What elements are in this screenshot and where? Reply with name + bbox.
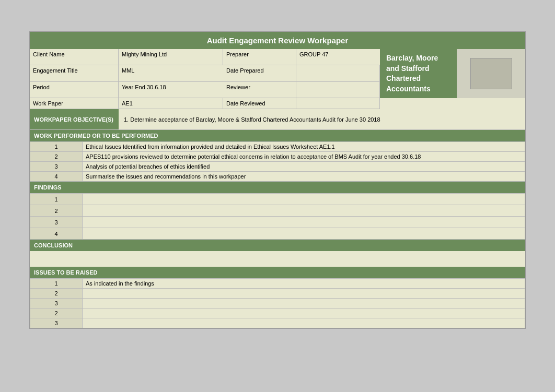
row-number: 1 [30,142,83,152]
findings-row: 2 [30,205,525,217]
client-name-label: Client Name [30,49,119,65]
issues-table: 1As indicated in the findings2323 [30,278,525,328]
row-content: Analysis of potential breaches of ethics… [83,162,525,172]
engagement-title-value: MML [119,65,223,81]
row-content [83,205,525,217]
row-number: 2 [30,308,83,318]
engagement-title-label: Engagement Title [30,65,119,81]
period-label: Period [30,82,119,98]
findings-row: 3 [30,217,525,228]
period-value: Year End 30.6.18 [119,82,223,98]
firm-name-line1: Barclay, Moore and Stafford [386,53,450,74]
document-title: Audit Engagement Review Workpaper [30,32,525,49]
findings-row: 4 [30,228,525,240]
firm-name-line2: Chartered Accountants [386,74,450,94]
row-content [83,194,525,205]
objective-section: WORKPAPER OBJECTIVE(S) 1. Determine acce… [30,109,525,130]
row-number: 1 [30,194,83,205]
date-reviewed-value [296,98,380,109]
row-number: 3 [30,162,83,172]
work-performed-row: 3Analysis of potential breaches of ethic… [30,162,525,172]
date-reviewed-label: Date Reviewed [223,98,296,109]
row-content [83,308,525,318]
firm-name-block: Barclay, Moore and Stafford Chartered Ac… [380,49,457,98]
date-prepared-label: Date Prepared [223,65,296,81]
issues-row: 3 [30,299,525,308]
reviewer-label: Reviewer [223,82,296,98]
client-name-value: Mighty Mining Ltd [119,49,223,65]
row-number: 1 [30,279,83,289]
date-prepared-value [296,65,380,81]
row-content [83,228,525,240]
row-number: 3 [30,318,83,328]
row-content: As indicated in the findings [83,279,525,289]
logo-placeholder [470,58,512,89]
reviewer-value [296,82,380,98]
row-number: 2 [30,205,83,217]
row-content [83,217,525,228]
issues-row: 3 [30,318,525,328]
row-number: 2 [30,289,83,299]
issues-row: 1As indicated in the findings [30,279,525,289]
header-info-grid: Client Name Mighty Mining Ltd Preparer G… [30,49,525,109]
conclusion-header: CONCLUSION [30,240,525,251]
row-number: 3 [30,299,83,308]
work-performed-row: 4Summarise the issues and recommendation… [30,172,525,182]
row-number: 2 [30,152,83,162]
row-number: 4 [30,228,83,240]
work-paper-label: Work Paper [30,98,119,109]
findings-table: 1234 [30,193,525,240]
issues-row: 2 [30,308,525,318]
findings-header: FINDINGS [30,182,525,193]
row-content: Summarise the issues and recommendations… [83,172,525,182]
objective-content: 1. Determine acceptance of Barclay, Moor… [119,109,525,129]
work-performed-row: 2APES110 provisions reviewed to determin… [30,152,525,162]
row-number: 4 [30,172,83,182]
work-performed-table: 1Ethical Issues Identified from informat… [30,141,525,182]
issues-row: 2 [30,289,525,299]
objective-label: WORKPAPER OBJECTIVE(S) [30,109,119,129]
page-wrapper: Audit Engagement Review Workpaper Client… [0,0,555,392]
logo-block [457,49,525,98]
row-content: Ethical Issues Identified from informati… [83,142,525,152]
work-performed-header: WORK PERFORMED OR TO BE PERFORMED [30,130,525,141]
row-content [83,299,525,308]
row-number: 3 [30,217,83,228]
findings-row: 1 [30,194,525,205]
row-content [83,289,525,299]
preparer-label: Preparer [223,49,296,65]
work-paper-value: AE1 [119,98,223,109]
issues-header: ISSUES TO BE RAISED [30,267,525,278]
conclusion-body [30,251,525,267]
work-performed-row: 1Ethical Issues Identified from informat… [30,142,525,152]
main-card: Audit Engagement Review Workpaper Client… [29,31,526,329]
row-content: APES110 provisions reviewed to determine… [83,152,525,162]
row-content [83,318,525,328]
group-value: GROUP 47 [296,49,380,65]
